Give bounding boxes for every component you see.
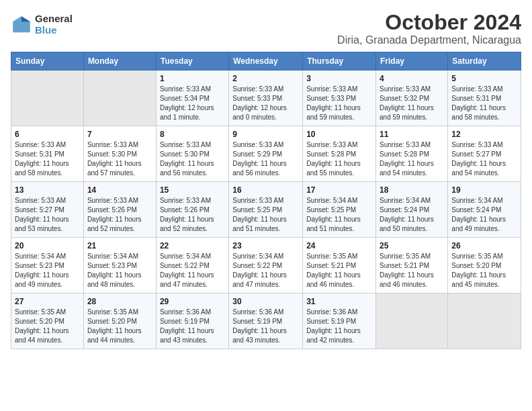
day-info: Sunrise: 5:33 AM Sunset: 5:28 PM Dayligh… bbox=[380, 140, 444, 178]
svg-marker-2 bbox=[13, 16, 21, 21]
weekday-header-wednesday: Wednesday bbox=[229, 52, 303, 71]
calendar-cell: 13Sunrise: 5:33 AM Sunset: 5:27 PM Dayli… bbox=[11, 182, 84, 238]
calendar-cell: 5Sunrise: 5:33 AM Sunset: 5:31 PM Daylig… bbox=[448, 71, 521, 126]
page-header: General Blue October 2024 Diria, Granada… bbox=[11, 11, 521, 46]
day-number: 8 bbox=[160, 130, 225, 139]
day-number: 2 bbox=[232, 74, 299, 83]
day-number: 11 bbox=[380, 130, 444, 139]
day-number: 17 bbox=[306, 185, 372, 195]
calendar-cell: 18Sunrise: 5:34 AM Sunset: 5:24 PM Dayli… bbox=[376, 182, 448, 238]
day-info: Sunrise: 5:33 AM Sunset: 5:30 PM Dayligh… bbox=[87, 140, 152, 178]
logo: General Blue bbox=[11, 13, 73, 36]
calendar-cell: 22Sunrise: 5:34 AM Sunset: 5:22 PM Dayli… bbox=[156, 238, 228, 293]
weekday-header-sunday: Sunday bbox=[11, 52, 84, 71]
calendar-cell: 20Sunrise: 5:34 AM Sunset: 5:23 PM Dayli… bbox=[11, 238, 84, 293]
day-number: 25 bbox=[380, 241, 444, 250]
calendar-cell: 16Sunrise: 5:33 AM Sunset: 5:25 PM Dayli… bbox=[229, 182, 303, 238]
day-number: 18 bbox=[380, 185, 444, 195]
day-info: Sunrise: 5:35 AM Sunset: 5:21 PM Dayligh… bbox=[380, 252, 444, 289]
calendar-cell: 30Sunrise: 5:36 AM Sunset: 5:19 PM Dayli… bbox=[229, 293, 303, 349]
day-number: 12 bbox=[451, 130, 517, 139]
calendar-cell bbox=[448, 293, 521, 349]
calendar-cell bbox=[83, 71, 156, 126]
logo-text: General Blue bbox=[35, 13, 73, 36]
calendar-week-3: 13Sunrise: 5:33 AM Sunset: 5:27 PM Dayli… bbox=[11, 182, 521, 238]
calendar-cell: 6Sunrise: 5:33 AM Sunset: 5:31 PM Daylig… bbox=[11, 126, 84, 182]
calendar-cell: 24Sunrise: 5:35 AM Sunset: 5:21 PM Dayli… bbox=[303, 238, 376, 293]
calendar-cell: 29Sunrise: 5:36 AM Sunset: 5:19 PM Dayli… bbox=[156, 293, 228, 349]
day-info: Sunrise: 5:36 AM Sunset: 5:19 PM Dayligh… bbox=[306, 308, 372, 345]
calendar-cell: 3Sunrise: 5:33 AM Sunset: 5:33 PM Daylig… bbox=[303, 71, 376, 126]
calendar-cell: 9Sunrise: 5:33 AM Sunset: 5:29 PM Daylig… bbox=[229, 126, 303, 182]
calendar-week-2: 6Sunrise: 5:33 AM Sunset: 5:31 PM Daylig… bbox=[11, 126, 521, 182]
logo-icon bbox=[11, 14, 32, 36]
day-info: Sunrise: 5:36 AM Sunset: 5:19 PM Dayligh… bbox=[232, 308, 299, 345]
calendar-cell: 21Sunrise: 5:34 AM Sunset: 5:23 PM Dayli… bbox=[83, 238, 156, 293]
calendar-cell: 14Sunrise: 5:33 AM Sunset: 5:26 PM Dayli… bbox=[83, 182, 156, 238]
day-info: Sunrise: 5:36 AM Sunset: 5:19 PM Dayligh… bbox=[160, 308, 225, 345]
weekday-header-tuesday: Tuesday bbox=[156, 52, 228, 71]
calendar-cell: 11Sunrise: 5:33 AM Sunset: 5:28 PM Dayli… bbox=[376, 126, 448, 182]
day-info: Sunrise: 5:33 AM Sunset: 5:32 PM Dayligh… bbox=[380, 85, 444, 122]
day-number: 13 bbox=[15, 185, 80, 195]
day-number: 22 bbox=[160, 241, 225, 250]
logo-general-text: General bbox=[35, 13, 73, 25]
day-info: Sunrise: 5:34 AM Sunset: 5:24 PM Dayligh… bbox=[380, 196, 444, 234]
day-number: 26 bbox=[451, 241, 517, 250]
calendar-table: SundayMondayTuesdayWednesdayThursdayFrid… bbox=[11, 52, 521, 349]
day-info: Sunrise: 5:35 AM Sunset: 5:20 PM Dayligh… bbox=[451, 252, 517, 289]
calendar-cell: 12Sunrise: 5:33 AM Sunset: 5:27 PM Dayli… bbox=[448, 126, 521, 182]
day-info: Sunrise: 5:34 AM Sunset: 5:22 PM Dayligh… bbox=[232, 252, 299, 289]
svg-marker-1 bbox=[21, 16, 30, 21]
calendar-cell: 7Sunrise: 5:33 AM Sunset: 5:30 PM Daylig… bbox=[83, 126, 156, 182]
calendar-cell: 10Sunrise: 5:33 AM Sunset: 5:28 PM Dayli… bbox=[303, 126, 376, 182]
calendar-cell: 1Sunrise: 5:33 AM Sunset: 5:34 PM Daylig… bbox=[156, 71, 228, 126]
page-subtitle: Diria, Granada Department, Nicaragua bbox=[337, 34, 521, 46]
title-block: October 2024 Diria, Granada Department, … bbox=[337, 11, 521, 46]
day-number: 28 bbox=[87, 297, 152, 306]
calendar-cell: 28Sunrise: 5:35 AM Sunset: 5:20 PM Dayli… bbox=[83, 293, 156, 349]
day-number: 23 bbox=[232, 241, 299, 250]
day-info: Sunrise: 5:33 AM Sunset: 5:31 PM Dayligh… bbox=[15, 140, 80, 178]
calendar-cell: 31Sunrise: 5:36 AM Sunset: 5:19 PM Dayli… bbox=[303, 293, 376, 349]
calendar-cell: 2Sunrise: 5:33 AM Sunset: 5:33 PM Daylig… bbox=[229, 71, 303, 126]
day-info: Sunrise: 5:33 AM Sunset: 5:26 PM Dayligh… bbox=[87, 196, 152, 234]
day-number: 7 bbox=[87, 130, 152, 139]
day-number: 9 bbox=[232, 130, 299, 139]
calendar-cell: 17Sunrise: 5:34 AM Sunset: 5:25 PM Dayli… bbox=[303, 182, 376, 238]
day-info: Sunrise: 5:33 AM Sunset: 5:29 PM Dayligh… bbox=[232, 140, 299, 178]
day-info: Sunrise: 5:34 AM Sunset: 5:23 PM Dayligh… bbox=[87, 252, 152, 289]
page-title: October 2024 bbox=[337, 11, 521, 34]
day-info: Sunrise: 5:33 AM Sunset: 5:27 PM Dayligh… bbox=[451, 140, 517, 178]
day-number: 15 bbox=[160, 185, 225, 195]
calendar-week-1: 1Sunrise: 5:33 AM Sunset: 5:34 PM Daylig… bbox=[11, 71, 521, 126]
day-number: 31 bbox=[306, 297, 372, 306]
day-number: 27 bbox=[15, 297, 80, 306]
calendar-cell: 15Sunrise: 5:33 AM Sunset: 5:26 PM Dayli… bbox=[156, 182, 228, 238]
day-info: Sunrise: 5:33 AM Sunset: 5:34 PM Dayligh… bbox=[160, 85, 225, 122]
calendar-cell: 27Sunrise: 5:35 AM Sunset: 5:20 PM Dayli… bbox=[11, 293, 84, 349]
weekday-header-thursday: Thursday bbox=[303, 52, 376, 71]
calendar-cell: 23Sunrise: 5:34 AM Sunset: 5:22 PM Dayli… bbox=[229, 238, 303, 293]
day-info: Sunrise: 5:33 AM Sunset: 5:28 PM Dayligh… bbox=[306, 140, 372, 178]
calendar-cell bbox=[376, 293, 448, 349]
day-number: 10 bbox=[306, 130, 372, 139]
weekday-header-saturday: Saturday bbox=[448, 52, 521, 71]
weekday-header-friday: Friday bbox=[376, 52, 448, 71]
day-info: Sunrise: 5:33 AM Sunset: 5:31 PM Dayligh… bbox=[451, 85, 517, 122]
calendar-cell bbox=[11, 71, 84, 126]
day-info: Sunrise: 5:33 AM Sunset: 5:33 PM Dayligh… bbox=[232, 85, 299, 122]
calendar-week-5: 27Sunrise: 5:35 AM Sunset: 5:20 PM Dayli… bbox=[11, 293, 521, 349]
day-info: Sunrise: 5:34 AM Sunset: 5:24 PM Dayligh… bbox=[451, 196, 517, 234]
day-info: Sunrise: 5:33 AM Sunset: 5:30 PM Dayligh… bbox=[160, 140, 225, 178]
calendar-cell: 19Sunrise: 5:34 AM Sunset: 5:24 PM Dayli… bbox=[448, 182, 521, 238]
day-number: 30 bbox=[232, 297, 299, 306]
day-info: Sunrise: 5:35 AM Sunset: 5:20 PM Dayligh… bbox=[87, 308, 152, 345]
day-number: 3 bbox=[306, 74, 372, 83]
calendar-cell: 26Sunrise: 5:35 AM Sunset: 5:20 PM Dayli… bbox=[448, 238, 521, 293]
day-info: Sunrise: 5:34 AM Sunset: 5:22 PM Dayligh… bbox=[160, 252, 225, 289]
day-info: Sunrise: 5:34 AM Sunset: 5:23 PM Dayligh… bbox=[15, 252, 80, 289]
day-number: 4 bbox=[380, 74, 444, 83]
day-info: Sunrise: 5:35 AM Sunset: 5:21 PM Dayligh… bbox=[306, 252, 372, 289]
day-info: Sunrise: 5:33 AM Sunset: 5:27 PM Dayligh… bbox=[15, 196, 80, 234]
